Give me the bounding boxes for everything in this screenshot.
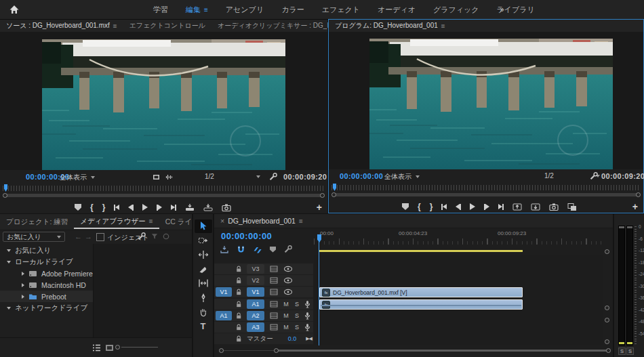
tool-pen[interactable] (195, 291, 212, 304)
caret-right-icon[interactable] (22, 272, 24, 276)
meter-channel-right[interactable] (626, 226, 633, 345)
panel-menu-icon[interactable]: ≡ (299, 217, 303, 225)
caret-down-icon[interactable] (7, 261, 11, 264)
sync-lock-icon[interactable] (270, 266, 278, 272)
workspace-tab-learning[interactable]: 学習 (153, 5, 168, 15)
master-level-value[interactable]: 0.0 (288, 335, 297, 342)
program-zoom-scrollbar[interactable] (331, 192, 641, 198)
scrollbar-handle[interactable] (274, 348, 279, 353)
back-arrow-icon[interactable]: ← (75, 232, 82, 240)
extract-button[interactable] (531, 203, 540, 211)
tool-razor[interactable] (195, 262, 212, 276)
workspace-tab-effects[interactable]: エフェクト (322, 5, 360, 15)
track-target-v1[interactable]: V1 (247, 287, 264, 297)
workspace-overflow-icon[interactable]: » (500, 5, 504, 14)
workspace-tab-graphics[interactable]: グラフィック (433, 5, 479, 15)
timeline-settings-wrench-icon[interactable] (283, 245, 293, 254)
panel-menu-icon[interactable]: ≡ (441, 22, 445, 30)
step-back-button[interactable] (128, 205, 134, 211)
go-to-out-button[interactable] (171, 205, 176, 211)
list-view-icon[interactable] (92, 344, 101, 352)
zoom-handle-left[interactable] (3, 193, 7, 198)
close-icon[interactable]: × (220, 217, 224, 225)
export-frame-button[interactable] (549, 203, 559, 211)
insert-overwrite-sequence-icon[interactable] (220, 245, 229, 254)
tree-item-preboot[interactable]: Preboot (0, 291, 93, 302)
tool-ripple-edit[interactable] (195, 248, 212, 261)
mute-button[interactable]: M (282, 324, 290, 331)
filter-type-icon[interactable] (162, 232, 170, 240)
thumbnail-zoom-knob[interactable] (115, 345, 120, 350)
overwrite-button[interactable] (203, 203, 213, 212)
track-target-v2[interactable]: V2 (247, 276, 264, 285)
go-to-out-button[interactable] (498, 204, 504, 210)
program-settings-wrench-icon[interactable] (589, 171, 599, 181)
track-lock-icon[interactable] (235, 276, 243, 285)
button-editor-plus[interactable]: + (632, 201, 638, 212)
source-zoom-scrollbar[interactable] (3, 192, 325, 199)
track-output-eye-icon[interactable] (283, 266, 293, 272)
caret-down-icon[interactable] (7, 249, 11, 252)
tab-project[interactable]: プロジェクト: 練習 (0, 217, 74, 227)
add-marker-button[interactable] (75, 204, 81, 211)
program-scrub-bar[interactable] (331, 185, 641, 190)
home-icon[interactable] (9, 4, 20, 15)
tree-item-local-drives[interactable]: ローカルドライブ (0, 256, 93, 268)
voiceover-mic-icon[interactable] (304, 300, 311, 309)
scrollbar-handle[interactable] (605, 249, 609, 254)
zoom-handle-right[interactable] (320, 193, 325, 198)
track-target-a2[interactable]: A2 (247, 311, 264, 320)
scrollbar-handle[interactable] (605, 339, 609, 344)
mark-out-button[interactable]: } (430, 202, 433, 211)
tab-sequence[interactable]: × DG_Hoverboard_001 ≡ (214, 217, 309, 225)
sync-lock-icon[interactable] (270, 312, 278, 319)
comparison-view-button[interactable] (567, 203, 577, 211)
source-fit-select[interactable]: 全体表示 (60, 173, 95, 182)
tab-media-browser[interactable]: メディアブラウザー ≡ (74, 215, 159, 229)
timeline-playhead-line[interactable] (319, 241, 319, 345)
tab-effect-controls[interactable]: エフェクトコントロール (123, 21, 212, 30)
linked-selection-icon[interactable] (253, 245, 262, 254)
keyframe-fit-icon[interactable]: ▶◀ (306, 336, 312, 341)
tool-selection[interactable] (195, 219, 212, 233)
timeline-vertical-scrollbar[interactable] (603, 229, 613, 345)
voiceover-mic-icon[interactable] (304, 312, 311, 320)
meter-solo-left-button[interactable]: S (618, 348, 626, 355)
meter-solo-right-button[interactable]: S (626, 348, 634, 355)
play-button[interactable] (470, 203, 475, 210)
caret-right-icon[interactable] (22, 283, 24, 287)
track-target-a3[interactable]: A3 (247, 322, 264, 332)
track-output-eye-icon[interactable] (283, 277, 293, 284)
mark-in-button[interactable]: { (90, 203, 94, 212)
go-to-in-button[interactable] (441, 204, 447, 210)
ingest-checkbox[interactable] (96, 233, 104, 241)
sync-lock-icon[interactable] (270, 289, 278, 295)
tree-item-favorites[interactable]: お気に入り (0, 245, 93, 256)
timeline-ruler[interactable]: 00:00 00:00:04:23 00:00:09:23 (314, 229, 603, 247)
audio-clip[interactable]: fx (319, 299, 523, 310)
add-marker-button[interactable] (402, 203, 409, 210)
favorites-select[interactable]: お気に入り (3, 232, 65, 242)
solo-button[interactable]: S (293, 301, 301, 308)
scrollbar-handle[interactable] (605, 318, 609, 322)
track-lock-icon[interactable] (235, 300, 243, 308)
tree-item-macintosh-hd[interactable]: Macintosh HD (0, 279, 93, 291)
caret-right-icon[interactable] (22, 295, 24, 299)
tree-item-network-drives[interactable]: ネットワークドライブ (0, 302, 93, 314)
timeline-timecode[interactable]: 00:00:00:00 (221, 231, 272, 241)
solo-button[interactable]: S (293, 312, 301, 319)
drag-audio-only-icon[interactable] (165, 173, 174, 182)
work-area-bar[interactable] (319, 250, 523, 252)
source-resolution-select[interactable]: 1/2 (205, 173, 260, 180)
lift-button[interactable] (512, 203, 522, 211)
tree-item-adobe-premiere-cc2017[interactable]: Adobe Premiere Pro CC 2017 (0, 268, 93, 279)
timeline-horizontal-scrollbar[interactable] (214, 346, 613, 356)
tool-type[interactable]: T (195, 319, 212, 333)
play-button[interactable] (142, 204, 148, 211)
workspace-tab-menu-icon[interactable]: ≡ (204, 6, 208, 14)
mute-button[interactable]: M (282, 301, 290, 308)
step-forward-button[interactable] (157, 205, 162, 211)
track-output-eye-icon[interactable] (283, 289, 293, 295)
mute-button[interactable]: M (282, 312, 290, 319)
tool-slip[interactable] (195, 276, 212, 290)
